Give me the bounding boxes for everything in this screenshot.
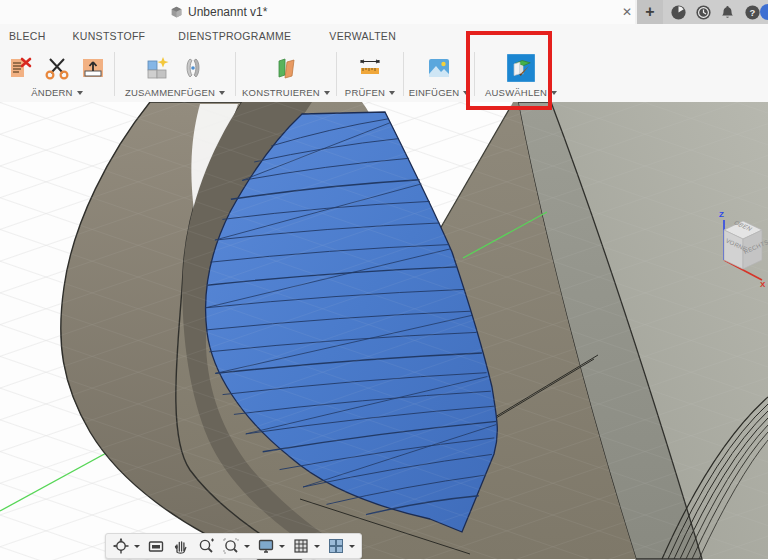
chevron-down-icon[interactable] (244, 545, 250, 548)
grid-settings-icon[interactable] (292, 537, 310, 555)
viewcube[interactable]: OBEN VORNE RECHTS Z X (696, 208, 768, 292)
chevron-down-icon (324, 91, 330, 95)
tab-close-icon[interactable]: ✕ (618, 2, 636, 22)
fusion360-window: Unbenannt v1* ✕ + ? BL (0, 0, 768, 560)
x-axis-label: X (760, 280, 765, 289)
new-component-icon[interactable] (144, 55, 170, 81)
viewports-icon[interactable] (327, 537, 345, 555)
chevron-down-icon[interactable] (134, 545, 140, 548)
chevron-down-icon[interactable] (349, 545, 355, 548)
insert-image-icon[interactable] (426, 55, 452, 81)
delete-icon[interactable] (8, 55, 34, 81)
zoom-icon[interactable] (197, 537, 215, 555)
group-aendern: ÄNDERN (0, 48, 114, 102)
help-icon[interactable]: ? (744, 4, 761, 21)
measure-icon[interactable] (357, 55, 383, 81)
document-tab[interactable] (0, 0, 635, 24)
group-label-einfuegen[interactable]: EINFÜGEN (409, 87, 470, 98)
group-label-aendern[interactable]: ÄNDERN (31, 87, 82, 98)
tab-verwalten[interactable]: VERWALTEN (329, 30, 396, 42)
chevron-down-icon[interactable] (314, 545, 320, 548)
viewport-3d[interactable]: OBEN VORNE RECHTS Z X 31 Fläche (0, 102, 768, 560)
group-konstruieren: KONSTRUIEREN (236, 48, 336, 102)
display-settings-icon[interactable] (257, 537, 275, 555)
tab-bar: Unbenannt v1* ✕ + ? (0, 0, 768, 24)
document-cube-icon (170, 6, 183, 19)
job-status-icon[interactable] (670, 4, 687, 21)
svg-text:?: ? (749, 6, 755, 17)
look-at-icon[interactable] (147, 537, 165, 555)
trim-scissors-icon[interactable] (44, 55, 70, 81)
group-zusammenfuegen: ZUSAMMENFÜGEN (115, 48, 235, 102)
clock-icon[interactable] (695, 4, 712, 21)
chevron-down-icon (219, 91, 225, 95)
joint-icon[interactable] (180, 55, 206, 81)
fit-view-icon[interactable] (222, 537, 240, 555)
chevron-down-icon[interactable] (279, 545, 285, 548)
z-axis-label: Z (719, 210, 724, 219)
press-pull-icon[interactable] (80, 55, 106, 81)
group-label-pruefen[interactable]: PRÜFEN (345, 87, 395, 98)
chevron-down-icon (389, 91, 395, 95)
group-label-zusammenfuegen[interactable]: ZUSAMMENFÜGEN (125, 87, 225, 98)
tabbar-right-icons: ? (663, 0, 768, 24)
annotation-highlight-box (466, 31, 552, 110)
workspace-tabs: BLECH KUNSTSTOFF DIENSTPROGRAMME VERWALT… (0, 24, 768, 48)
group-einfuegen: EINFÜGEN (404, 48, 474, 102)
tab-dienstprogramme[interactable]: DIENSTPROGRAMME (178, 30, 291, 42)
group-pruefen: PRÜFEN (337, 48, 403, 102)
chevron-down-icon (77, 91, 83, 95)
ribbon-toolbar: ÄNDERN ZUSAMMENFÜGEN (0, 48, 768, 103)
cad-scene (0, 102, 768, 560)
orbit-icon[interactable] (112, 537, 130, 555)
construction-plane-icon[interactable] (273, 55, 299, 81)
new-tab-button[interactable]: + (637, 0, 663, 24)
group-label-konstruieren[interactable]: KONSTRUIEREN (242, 87, 330, 98)
tab-title: Unbenannt v1* (188, 5, 267, 19)
tab-kunststoff[interactable]: KUNSTSTOFF (73, 30, 146, 42)
notifications-bell-icon[interactable] (719, 4, 736, 21)
navigation-toolbar (105, 533, 362, 559)
pan-hand-icon[interactable] (172, 537, 190, 555)
tab-blech[interactable]: BLECH (9, 30, 46, 42)
